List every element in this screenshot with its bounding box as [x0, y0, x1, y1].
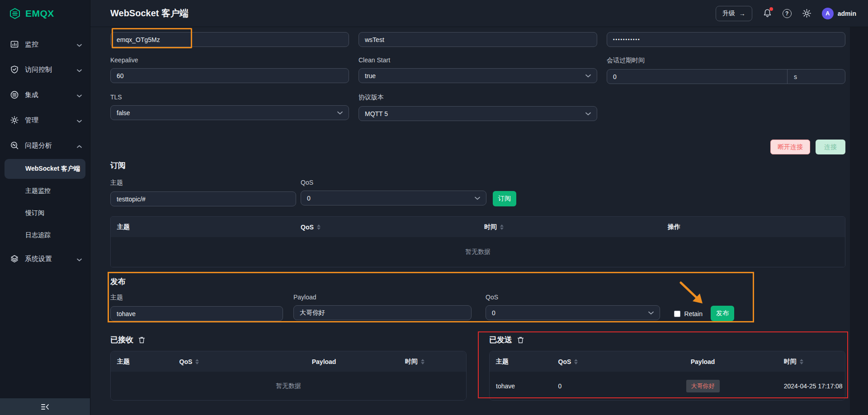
messages-area: 已接收 — [110, 335, 845, 401]
publish-payload-label: Payload — [293, 294, 472, 301]
user-menu[interactable]: A admin — [822, 8, 856, 19]
client-id-input[interactable] — [110, 32, 349, 47]
publish-topic-input[interactable] — [110, 306, 283, 321]
subscribe-qos-label: QoS — [301, 179, 486, 186]
help-button[interactable]: ? — [783, 9, 792, 18]
collapse-sidebar-icon — [41, 403, 50, 410]
sidebar-item-slow-subscriptions[interactable]: 慢订阅 — [0, 202, 90, 224]
clean-start-select[interactable]: true — [359, 68, 597, 83]
connection-actions: 断开连接 连接 — [110, 140, 845, 154]
sidebar-item-monitoring[interactable]: 监控 — [0, 32, 90, 57]
sidebar-item-label: 问题分析 — [25, 141, 52, 150]
sidebar-item-diagnose[interactable]: 问题分析 — [0, 133, 90, 158]
publish-qos-select[interactable]: 0 — [486, 305, 660, 320]
publish-qos-label: QoS — [486, 294, 660, 301]
received-title: 已接收 — [110, 335, 133, 345]
keepalive-label: Keepalive — [110, 56, 349, 64]
avatar: A — [822, 8, 834, 19]
disconnect-button[interactable]: 断开连接 — [770, 140, 810, 154]
retain-checkbox[interactable]: Retain — [674, 310, 703, 317]
sidebar-item-log-trace[interactable]: 日志追踪 — [0, 224, 90, 246]
sidebar-item-access-control[interactable]: 访问控制 — [0, 57, 90, 82]
chevron-up-icon — [77, 142, 82, 149]
settings-button[interactable] — [802, 9, 811, 18]
connect-button[interactable]: 连接 — [816, 140, 845, 154]
column-header-qos: QoS — [173, 358, 250, 365]
chevron-down-icon — [77, 41, 82, 48]
sent-topic-cell: tohave — [490, 382, 552, 390]
subscribe-section: 订阅 主题 QoS 0 — [110, 160, 845, 267]
column-header-time: 时间 — [478, 223, 661, 231]
sent-title: 已发送 — [489, 335, 512, 345]
tls-select[interactable]: false — [110, 105, 349, 120]
shield-icon — [10, 65, 19, 74]
submenu-label: 日志追踪 — [25, 231, 51, 239]
gear-icon — [802, 9, 811, 18]
chevron-down-icon — [648, 311, 654, 315]
scrollbar-gutter[interactable] — [850, 27, 868, 415]
subscribe-topic-label: 主题 — [110, 179, 296, 187]
sent-table: 主题 QoS Payload 时间 to — [489, 351, 845, 401]
publish-payload-input[interactable] — [293, 305, 472, 320]
sort-icon[interactable] — [421, 359, 425, 364]
chevron-down-icon — [475, 196, 480, 200]
sidebar-item-topic-monitor[interactable]: 主题监控 — [0, 180, 90, 202]
sidebar-item-websocket-client[interactable]: WebSocket 客户端 — [5, 159, 85, 179]
subscribe-topic-input[interactable] — [110, 191, 296, 206]
notification-badge — [769, 7, 773, 11]
sidebar-item-label: 管理 — [25, 116, 38, 125]
monitoring-icon — [10, 40, 19, 49]
sidebar-item-system-settings[interactable]: 系统设置 — [0, 246, 90, 271]
page-title: WebSocket 客户端 — [110, 7, 189, 19]
arrow-right-icon: → — [739, 10, 745, 17]
payload-tag[interactable]: 大哥你好 — [686, 380, 720, 392]
sort-icon[interactable] — [800, 359, 803, 364]
collapse-sidebar-button[interactable] — [0, 398, 90, 415]
username-input[interactable] — [359, 32, 597, 47]
sort-icon[interactable] — [195, 359, 199, 364]
column-header-qos: QoS — [294, 224, 478, 231]
password-input[interactable] — [607, 32, 845, 47]
session-expiry-value: 0 — [607, 73, 787, 80]
upgrade-button[interactable]: 升级 → — [716, 6, 752, 21]
sidebar-item-management[interactable]: 管理 — [0, 107, 90, 133]
column-header-topic: 主题 — [111, 223, 294, 231]
subscribe-form: 主题 QoS 0 订阅 — [110, 179, 845, 206]
clear-received-button[interactable] — [138, 336, 145, 344]
protocol-select[interactable]: MQTT 5 — [359, 106, 597, 121]
subscribe-qos-select[interactable]: 0 — [301, 191, 486, 205]
subscribe-qos-value: 0 — [307, 195, 311, 202]
sort-icon[interactable] — [317, 224, 321, 230]
keepalive-input[interactable] — [110, 68, 349, 83]
session-expiry-label: 会话过期时间 — [607, 56, 845, 65]
column-header-topic: 主题 — [490, 358, 552, 366]
sort-icon[interactable] — [500, 224, 504, 230]
column-header-payload: Payload — [628, 358, 778, 365]
publish-title: 发布 — [110, 276, 845, 287]
publish-form: 主题 Payload QoS 0 — [110, 294, 734, 321]
session-expiry-input[interactable]: 0 s — [607, 69, 845, 84]
app-window: EMQX 监控 — [0, 0, 868, 415]
sidebar-nav: 监控 访问控制 — [0, 27, 90, 398]
sidebar-item-label: 系统设置 — [25, 255, 52, 263]
submenu-label: 慢订阅 — [25, 209, 44, 217]
session-expiry-unit: s — [787, 70, 845, 84]
clear-sent-button[interactable] — [517, 336, 524, 344]
empty-placeholder: 暂无数据 — [111, 237, 845, 267]
publish-button[interactable]: 发布 — [711, 306, 734, 321]
content: Keepalive Clean Start true 会话过期时间 0 — [90, 27, 868, 415]
subscribe-button[interactable]: 订阅 — [493, 191, 516, 206]
brand-logo[interactable]: EMQX — [0, 0, 90, 27]
integration-icon — [10, 90, 19, 99]
publish-topic-label: 主题 — [110, 294, 283, 302]
main-area: WebSocket 客户端 升级 → ? — [90, 0, 868, 415]
publish-qos-value: 0 — [492, 309, 495, 317]
sort-icon[interactable] — [574, 359, 578, 364]
connection-form: Keepalive Clean Start true 会话过期时间 0 — [110, 32, 845, 121]
column-header-payload: Payload — [250, 358, 399, 365]
sidebar: EMQX 监控 — [0, 0, 90, 415]
notifications-button[interactable] — [763, 9, 772, 18]
topbar-actions: 升级 → ? — [716, 6, 856, 21]
username-label: admin — [838, 10, 856, 17]
sidebar-item-integration[interactable]: 集成 — [0, 82, 90, 107]
